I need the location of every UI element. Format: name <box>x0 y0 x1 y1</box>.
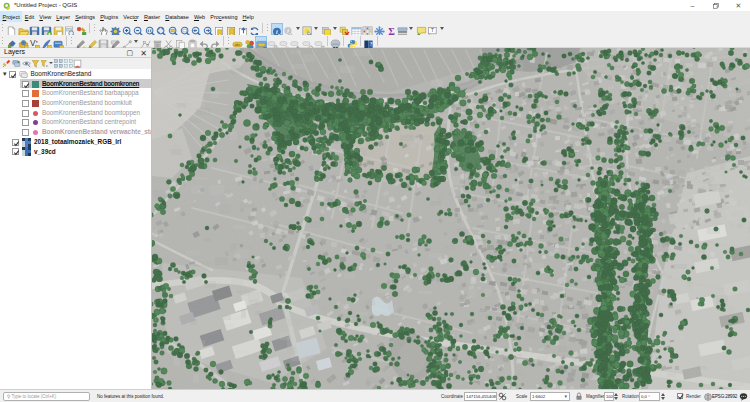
svg-text:abc: abc <box>235 42 241 46</box>
